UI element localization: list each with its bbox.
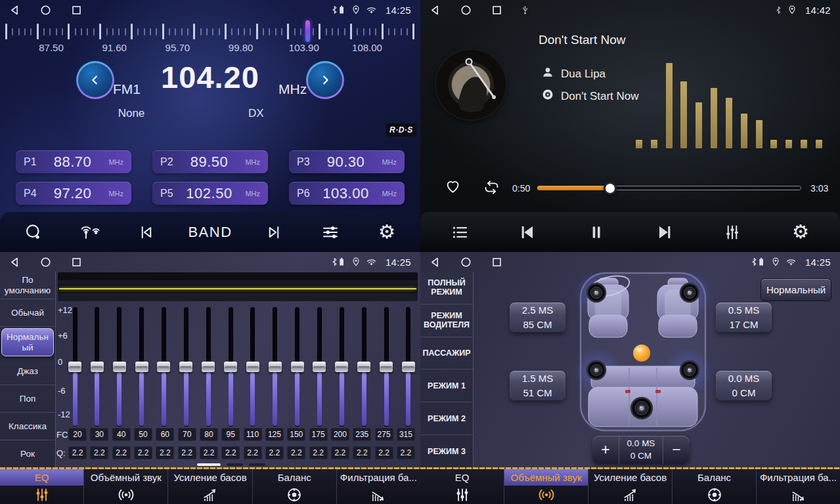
q-value[interactable]: 2.2 (156, 446, 174, 459)
slider-knob[interactable] (402, 362, 415, 372)
eq-band-slider[interactable] (335, 307, 348, 427)
q-value[interactable]: 2.2 (309, 446, 328, 459)
slider-knob[interactable] (113, 362, 126, 372)
next-station-icon[interactable] (259, 222, 288, 242)
home-icon[interactable] (40, 257, 51, 268)
radio-preset-p6[interactable]: P6103.00MHz (289, 182, 405, 205)
tab-bass-boost[interactable]: Усиление басов (588, 469, 673, 504)
recents-icon[interactable] (71, 5, 82, 16)
q-value[interactable]: 2.2 (331, 446, 349, 459)
q-value[interactable]: 2.2 (112, 446, 131, 459)
eq-preset-3[interactable]: Нормальный (1, 328, 54, 356)
recents-icon[interactable] (491, 5, 502, 16)
q-value[interactable]: 2.2 (68, 446, 87, 459)
q-value[interactable]: 2.2 (397, 446, 415, 459)
next-track-icon[interactable] (650, 221, 678, 243)
equalizer-icon[interactable] (718, 222, 747, 242)
sound-preset-button[interactable]: Нормальный (761, 278, 831, 301)
favorite-icon[interactable] (444, 177, 462, 198)
scan-icon[interactable] (19, 222, 48, 242)
eq-band-slider[interactable] (157, 307, 170, 427)
slider-knob[interactable] (202, 362, 215, 372)
radio-preset-p1[interactable]: P188.70MHz (16, 150, 131, 173)
q-value[interactable]: 2.2 (244, 446, 262, 459)
eq-preset-6[interactable]: Классика (0, 413, 55, 440)
q-value[interactable]: 2.2 (178, 446, 196, 459)
q-value[interactable]: 2.2 (134, 446, 152, 459)
eq-settings-icon[interactable] (316, 222, 345, 242)
home-icon[interactable] (40, 5, 51, 16)
slider-knob[interactable] (380, 362, 393, 372)
radio-preset-p5[interactable]: P5102.50MHz (152, 182, 268, 205)
eq-band-slider[interactable] (269, 307, 282, 427)
eq-band-slider[interactable] (357, 307, 370, 427)
eq-band-slider[interactable] (313, 307, 326, 427)
eq-band-slider[interactable] (179, 307, 192, 427)
q-value[interactable]: 2.2 (221, 446, 240, 459)
q-value[interactable]: 2.2 (375, 446, 393, 459)
eq-band-slider[interactable] (380, 307, 393, 427)
slider-knob[interactable] (269, 362, 282, 372)
back-icon[interactable] (9, 5, 20, 16)
seek-up-button[interactable] (306, 61, 344, 99)
tab-eq[interactable]: EQ (420, 469, 504, 504)
fc-value[interactable]: 70 (178, 428, 196, 441)
slider-knob[interactable] (157, 362, 170, 372)
rear-left-delay-button[interactable]: 1.5 MS 51 CM (510, 371, 565, 400)
back-icon[interactable] (430, 257, 441, 268)
broadcast-icon[interactable] (76, 222, 104, 242)
tab-balance[interactable]: Баланс (253, 469, 337, 504)
sf-mode-4[interactable]: РЕЖИМ 1 (420, 369, 473, 402)
home-icon[interactable] (460, 5, 472, 16)
fc-value[interactable]: 235 (353, 428, 371, 441)
slider-knob[interactable] (179, 362, 192, 372)
fc-value[interactable]: 315 (397, 428, 415, 441)
fc-value[interactable]: 275 (375, 428, 393, 441)
fc-value[interactable]: 125 (265, 428, 284, 441)
front-left-delay-button[interactable]: 2.5 MS 85 CM (510, 303, 565, 332)
slider-knob[interactable] (313, 362, 326, 372)
radio-preset-p4[interactable]: P497.20MHz (16, 182, 131, 205)
slider-knob[interactable] (335, 362, 348, 372)
progress-thumb[interactable] (604, 182, 617, 195)
eq-band-slider[interactable] (202, 307, 215, 427)
pause-icon[interactable] (582, 222, 611, 243)
recents-icon[interactable] (491, 257, 502, 268)
sf-mode-6[interactable]: РЕЖИМ 3 (420, 435, 473, 467)
slider-knob[interactable] (246, 362, 259, 372)
radio-preset-p3[interactable]: P390.30MHz (289, 150, 405, 173)
eq-preset-2[interactable]: Обычай (0, 299, 55, 327)
q-value[interactable]: 2.2 (265, 446, 284, 459)
increase-delay-button[interactable]: + (592, 436, 619, 464)
slider-knob[interactable] (357, 362, 370, 372)
center-delay-control[interactable]: + 0.0 MS 0 CM − (592, 436, 690, 464)
eq-preset-1[interactable]: По умолчанию (0, 272, 55, 299)
previous-track-icon[interactable] (514, 221, 542, 243)
slider-knob[interactable] (68, 362, 81, 372)
sf-mode-2[interactable]: РЕЖИМ ВОДИТЕЛЯ (420, 304, 473, 337)
tab-filter[interactable]: Фильтрация ба... (757, 469, 840, 504)
fc-value[interactable]: 95 (221, 428, 240, 441)
fc-value[interactable]: 40 (112, 428, 131, 441)
eq-band-slider[interactable] (246, 307, 259, 427)
eq-preset-7[interactable]: Рок (0, 440, 55, 467)
seek-down-button[interactable] (76, 61, 114, 99)
band-button[interactable]: BAND (188, 224, 232, 241)
repeat-icon[interactable] (482, 178, 501, 199)
progress-bar[interactable] (537, 186, 801, 190)
fc-value[interactable]: 60 (156, 428, 174, 441)
back-icon[interactable] (430, 5, 441, 16)
eq-preset-5[interactable]: Поп (0, 385, 55, 413)
fc-value[interactable]: 50 (134, 428, 152, 441)
front-right-delay-button[interactable]: 0.5 MS 17 CM (716, 303, 772, 332)
fc-value[interactable]: 150 (287, 428, 305, 441)
radio-preset-p2[interactable]: P289.50MHz (152, 150, 268, 173)
eq-band-slider[interactable] (135, 307, 148, 427)
fc-value[interactable]: 200 (331, 428, 349, 441)
playlist-icon[interactable] (445, 222, 474, 242)
tab-eq[interactable]: EQ (0, 469, 84, 504)
recents-icon[interactable] (71, 257, 82, 268)
fc-value[interactable]: 30 (90, 428, 108, 441)
slider-knob[interactable] (135, 362, 148, 372)
fc-value[interactable]: 175 (309, 428, 328, 441)
